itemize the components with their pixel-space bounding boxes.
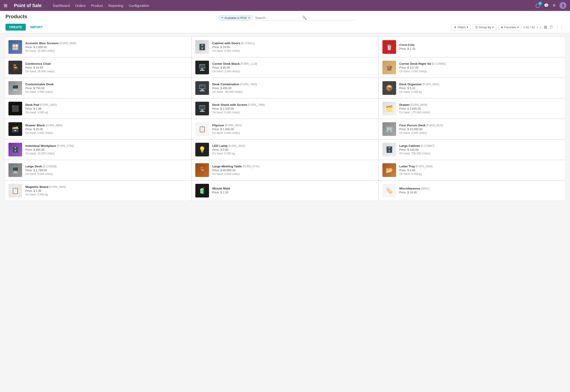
product-image: 🗂️	[382, 102, 396, 115]
product-price: Price: $ 4.80	[399, 169, 562, 172]
product-stock: On hand: 250.000 Unit(s)	[399, 152, 562, 155]
product-code: [FURN_8220]	[425, 124, 443, 127]
groupby-chevron: ▾	[492, 26, 494, 29]
product-stock: On hand: 0.000 Unit(s)	[25, 172, 188, 176]
product-price: Price: $ 25.00	[25, 128, 188, 131]
view-buttons: ⊞ ☰ ⋮⋮	[543, 24, 565, 30]
product-card[interactable]: 🗄️ Individual Workplace [FURN_0789] Pric…	[5, 140, 191, 160]
product-price: Price: $ 40,000.00	[212, 169, 374, 172]
import-button[interactable]: IMPORT	[28, 24, 45, 30]
close-icon[interactable]: ✕	[553, 3, 556, 8]
product-card[interactable]: 📋 Flipover [FURN_9001] Price: $ 1,950.00…	[192, 119, 378, 139]
product-image: 🖥️	[195, 102, 209, 115]
product-image: 🥤	[382, 40, 396, 54]
product-info: Cabinet with Doors [E-COM11] Price: $ 14…	[212, 42, 374, 53]
group-by-label: Group By	[479, 26, 491, 29]
favorites-chevron: ▾	[517, 26, 519, 29]
nav-orders[interactable]: Orders	[75, 3, 86, 8]
product-name: Customizable Desk	[25, 83, 188, 86]
next-page-button[interactable]: ›	[540, 25, 541, 29]
product-code: [FURN_9001]	[224, 124, 242, 127]
nav-product[interactable]: Product	[91, 3, 103, 8]
product-image: 📋	[195, 122, 209, 136]
product-name: LED Lamp [FURN_0003]	[212, 144, 374, 148]
product-card[interactable]: 🪑 Large Meeting Table [FURN_6741] Price:…	[192, 160, 378, 180]
product-card[interactable]: 🪵 Corner Desk Right Sit [E-COM06] Price:…	[379, 57, 565, 78]
product-code: [MISC]	[420, 187, 429, 190]
product-name: Corner Desk Right Sit [E-COM06]	[399, 62, 562, 65]
product-card[interactable]: 🖥️ Desk Stand with Screen [FURN_7888] Pr…	[192, 98, 378, 119]
product-name: Corner Desk Black [FURN_1118]	[212, 62, 374, 65]
groupby-icon: ☰	[475, 26, 478, 29]
product-stock: On hand: 0.000 kg	[25, 193, 188, 196]
group-by-dropdown[interactable]: ☰ Group By ▾	[473, 24, 496, 30]
product-stock: On hand: 0.000 Unit(s)	[212, 131, 374, 135]
page-title: Products	[5, 14, 27, 20]
product-code: [FURN_0001]	[422, 83, 439, 86]
product-card[interactable]: 🗂️ Drawer [FURN_8855] Price: $ 3,645.00 …	[379, 98, 565, 119]
nav-dashboard[interactable]: Dashboard	[53, 3, 70, 8]
chat-icon[interactable]: 💬	[544, 3, 549, 8]
search-icon[interactable]: 🔍	[302, 15, 307, 20]
product-card[interactable]: ⬛ Desk Pad [FURN_0002] Price: $ 1.98 On …	[5, 98, 191, 119]
product-card[interactable]: 🧃 Minute Maid Price: $ 2.20	[192, 181, 378, 201]
product-image: 💡	[195, 143, 209, 156]
product-info: Acoustic Bloc Screens [FURN_6666] Price:…	[25, 42, 188, 53]
product-code: [FURN_7800]	[239, 83, 257, 86]
search-wrapper: 🔍	[254, 15, 355, 21]
product-image: 📋	[8, 184, 22, 197]
product-card[interactable]: 🏷️ Miscellaneous [MISC] Price: $ 18.00	[379, 181, 565, 201]
user-avatar[interactable]: 👤	[559, 2, 566, 9]
prev-page-button[interactable]: ‹	[537, 25, 538, 29]
nav-configuration[interactable]: Configuration	[128, 3, 149, 8]
product-image: 🪵	[382, 61, 396, 74]
product-code: [FURN_8900]	[45, 124, 62, 127]
nav-reporting[interactable]: Reporting	[108, 3, 124, 8]
product-card[interactable]: 🗄️ Cabinet with Doors [E-COM11] Price: $…	[192, 37, 378, 57]
apps-icon[interactable]: ⊞	[4, 3, 8, 8]
product-stock: On hand: 16.000 Unit(s)	[25, 152, 188, 155]
product-card[interactable]: 📂 Letter Tray [FURN_0004] Price: $ 4.80 …	[379, 160, 565, 180]
kanban-view-button[interactable]: ⋮⋮	[555, 24, 565, 30]
list-view-button[interactable]: ☰	[549, 24, 554, 30]
product-price: Price: $ 750.00	[25, 87, 188, 90]
product-name: Flipover [FURN_9001]	[212, 124, 374, 127]
product-code: [E-COM07]	[420, 144, 434, 148]
product-card[interactable]: 🪟 Acoustic Bloc Screens [FURN_6666] Pric…	[5, 37, 191, 57]
product-card[interactable]: 🖥️ Customizable Desk Price: $ 750.00 On …	[5, 78, 191, 98]
page-header: Products ▼ Available in POS ✕ 🔍 CREATE I…	[0, 11, 570, 33]
product-card[interactable]: 🪑 Conference Chair Price: $ 16.50 On han…	[5, 57, 191, 78]
favorites-dropdown[interactable]: ★ Favorites ▾	[498, 24, 521, 30]
filter-tag-close[interactable]: ✕	[248, 16, 250, 20]
product-name: Four Person Desk [FURN_8220]	[399, 124, 562, 127]
product-info: Customizable Desk Price: $ 750.00 On han…	[25, 83, 188, 94]
product-image: 🖥️	[8, 81, 22, 95]
product-image: 🏷️	[382, 184, 396, 197]
product-stock: On hand: 0.000 kg	[212, 152, 374, 155]
product-card[interactable]: 🗄️ Large Cabinet [E-COM07] Price: $ 320.…	[379, 140, 565, 160]
product-image: 🗄️	[382, 143, 396, 156]
product-card[interactable]: 🖥️ Large Desk [E-COM09] Price: $ 1,799.0…	[5, 160, 191, 180]
activity-icon[interactable]: ◯ 9	[536, 3, 540, 8]
products-grid: 🪟 Acoustic Bloc Screens [FURN_6666] Pric…	[5, 37, 565, 201]
product-card[interactable]: 🏢 Four Person Desk [FURN_8220] Price: $ …	[379, 119, 565, 139]
product-card[interactable]: 🗃️ Drawer Black [FURN_8900] Price: $ 25.…	[5, 119, 191, 139]
create-button[interactable]: CREATE	[5, 24, 26, 30]
filters-dropdown[interactable]: ▼ Filters ▾	[451, 24, 470, 30]
product-stock: On hand: 26.000 Unit(s)	[25, 70, 188, 73]
product-name: Coca-Cola	[399, 43, 562, 46]
product-card[interactable]: 📋 Magnetic Board [FURN_0005] Price: $ 1.…	[5, 181, 191, 201]
product-info: Large Meeting Table [FURN_6741] Price: $…	[212, 165, 374, 176]
product-card[interactable]: 🖥️ Corner Desk Black [FURN_1118] Price: …	[192, 57, 378, 78]
search-input[interactable]	[255, 16, 301, 20]
product-card[interactable]: 📦 Desk Organizer [FURN_0001] Price: $ 5.…	[379, 78, 565, 98]
product-code: [FURN_0005]	[48, 185, 66, 189]
product-card[interactable]: 🥤 Coca-Cola Price: $ 2.20	[379, 37, 565, 57]
star-icon: ★	[501, 26, 503, 29]
grid-view-button[interactable]: ⊞	[543, 24, 548, 30]
product-info: Desk Stand with Screen [FURN_7888] Price…	[212, 103, 374, 114]
product-card[interactable]: 🖥️ Desk Combination [FURN_7800] Price: $…	[192, 78, 378, 98]
product-card[interactable]: 💡 LED Lamp [FURN_0003] Price: $ 0.90 On …	[192, 140, 378, 160]
product-code: [E-COM09]	[42, 165, 56, 168]
filter-tag-label: Available in POS	[224, 16, 247, 20]
